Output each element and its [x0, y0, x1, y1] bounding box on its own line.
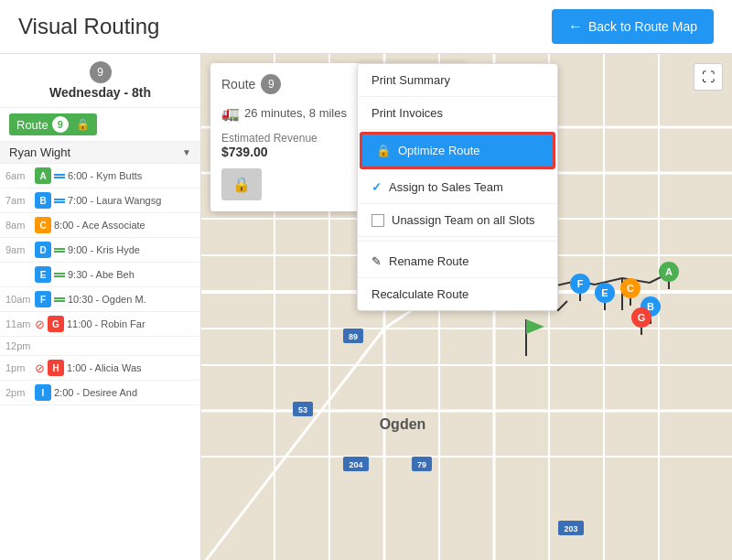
time-7am: 7am: [5, 195, 35, 206]
dropdown-item-assign-sales[interactable]: ✓ Assign to Sales Team: [358, 171, 557, 204]
fullscreen-button[interactable]: ⛶: [694, 63, 723, 91]
stop-lines-B: [54, 199, 65, 203]
map-marker-G[interactable]: G: [631, 307, 651, 335]
stop-row-D[interactable]: 9am D 9:00 - Kris Hyde: [0, 238, 200, 263]
map-marker-F[interactable]: F: [570, 274, 590, 301]
stop-badge-E: E: [35, 266, 51, 283]
check-icon-assign: ✓: [371, 180, 382, 194]
svg-text:204: 204: [349, 460, 362, 469]
lock-button[interactable]: 🔒: [221, 168, 262, 200]
dropdown-divider: [358, 241, 557, 242]
dropdown-item-rename-route[interactable]: ✎ Rename Route: [358, 245, 557, 278]
stop-name-H: 1:00 - Alicia Was: [67, 362, 142, 373]
stop-badge-I: I: [35, 384, 51, 401]
stop-name-F: 10:30 - Ogden M.: [68, 294, 146, 305]
main-content: 9 Wednesday - 8th Route 9 🔒 Ryan Wight ▼…: [0, 54, 732, 560]
route-label-text: Route: [16, 118, 48, 132]
stop-row-E[interactable]: E 9:30 - Abe Beh: [0, 263, 200, 287]
page-title: Visual Routing: [18, 14, 159, 39]
map-marker-E[interactable]: E: [595, 283, 615, 310]
truck-icon: 🚛: [221, 104, 240, 122]
recalculate-route-label: Recalculate Route: [371, 287, 468, 301]
stop-row-G[interactable]: 11am ⊘ G 11:00 - Robin Far: [0, 312, 200, 337]
stop-name-D: 9:00 - Kris Hyde: [68, 244, 140, 255]
stop-row-I[interactable]: 2pm I 2:00 - Desiree And: [0, 381, 200, 405]
stop-badge-H: H: [48, 360, 64, 376]
time-6am: 6am: [5, 170, 35, 181]
header: Visual Routing ← Back to Route Map: [0, 0, 732, 54]
lock-icon: 🔒: [76, 118, 90, 131]
stop-row-F[interactable]: 10am F 10:30 - Ogden M.: [0, 287, 200, 312]
stop-badge-G: G: [48, 316, 64, 332]
driver-row[interactable]: Ryan Wight ▼: [0, 142, 200, 164]
rename-route-icon: ✎: [371, 254, 382, 268]
map-marker-A[interactable]: A: [659, 262, 679, 289]
back-to-route-map-button[interactable]: ← Back to Route Map: [552, 9, 714, 44]
dropdown-item-optimize-route[interactable]: 🔒 Optimize Route: [362, 135, 553, 167]
stop-row-12pm: 12pm: [0, 337, 200, 356]
stop-row-B[interactable]: 7am B 7:00 - Laura Wangsg: [0, 188, 200, 213]
stop-row-A[interactable]: 6am A 6:00 - Kym Butts: [0, 164, 200, 188]
unassign-team-label: Unassign Team on all Slots: [392, 213, 535, 227]
svg-text:203: 203: [564, 524, 577, 533]
driver-name: Ryan Wight: [9, 145, 182, 159]
stop-name-B: 7:00 - Laura Wangsg: [68, 195, 161, 206]
day-title: Wednesday - 8th: [7, 85, 193, 100]
dropdown-item-print-summary[interactable]: Print Summary: [358, 64, 557, 97]
stop-row-H[interactable]: 1pm ⊘ H 1:00 - Alicia Was: [0, 356, 200, 381]
map-area: 89 53 39 204 79 203 Ogden A: [201, 54, 732, 560]
stop-lines-F: [54, 297, 65, 302]
marker-stem-G: [640, 328, 642, 335]
optimize-route-highlight: 🔒 Optimize Route: [360, 132, 555, 169]
marker-label-E: E: [595, 283, 615, 303]
stop-name-I: 2:00 - Desiree And: [54, 387, 137, 398]
sidebar: 9 Wednesday - 8th Route 9 🔒 Ryan Wight ▼…: [0, 54, 201, 560]
marker-stem-F: [579, 294, 581, 301]
marker-stem-A: [668, 282, 670, 289]
marker-label-C: C: [620, 278, 640, 298]
marker-label-A: A: [659, 262, 679, 282]
route-distance-text: 26 minutes, 8 miles: [244, 106, 347, 120]
assign-sales-label: Assign to Sales Team: [389, 180, 503, 194]
stop-name-C: 8:00 - Ace Associate: [54, 220, 145, 231]
route-panel-badge: 9: [261, 74, 281, 94]
dropdown-item-print-invoices[interactable]: Print Invoices: [358, 97, 557, 130]
stop-badge-D: D: [35, 242, 51, 258]
optimize-route-label: Optimize Route: [398, 144, 480, 157]
svg-text:53: 53: [298, 405, 307, 415]
time-9am: 9am: [5, 244, 35, 255]
stop-lines-E: [54, 273, 65, 277]
svg-text:Ogden: Ogden: [380, 416, 426, 432]
time-11am: 11am: [5, 318, 35, 329]
route-label[interactable]: Route 9 🔒: [9, 113, 97, 135]
stop-badge-F: F: [35, 291, 51, 307]
stop-lines-A: [54, 174, 65, 178]
route-badge: 9: [52, 116, 69, 133]
time-10am: 10am: [5, 294, 35, 305]
dropdown-item-unassign-team[interactable]: Unassign Team on all Slots: [358, 204, 557, 237]
stop-row-C[interactable]: 8am C 8:00 - Ace Associate: [0, 213, 200, 238]
time-8am: 8am: [5, 220, 35, 231]
driver-chevron-icon: ▼: [182, 147, 191, 157]
time-1pm: 1pm: [5, 362, 35, 373]
route-header: Route 9 🔒: [0, 108, 200, 142]
route-panel-title: Route: [221, 77, 255, 92]
back-button-label: Back to Route Map: [588, 19, 697, 34]
time-12pm: 12pm: [5, 340, 35, 351]
stop-badge-C: C: [35, 217, 51, 233]
rename-route-label: Rename Route: [389, 254, 468, 268]
route-distance: 🚛 26 minutes, 8 miles: [221, 104, 347, 122]
no-entry-icon-H: ⊘: [35, 361, 45, 375]
no-entry-icon-G: ⊘: [35, 318, 45, 331]
marker-stem-C: [630, 298, 631, 306]
marker-label-F: F: [570, 274, 590, 294]
marker-label-G: G: [631, 307, 651, 328]
back-arrow-icon: ←: [568, 18, 583, 35]
optimize-route-icon: 🔒: [376, 144, 391, 157]
stop-name-G: 11:00 - Robin Far: [67, 318, 145, 329]
time-2pm: 2pm: [5, 387, 35, 398]
marker-stem-E: [604, 303, 606, 310]
map-marker-C[interactable]: C: [620, 278, 640, 306]
stop-lines-D: [54, 248, 65, 253]
dropdown-item-recalculate-route[interactable]: Recalculate Route: [358, 278, 557, 310]
